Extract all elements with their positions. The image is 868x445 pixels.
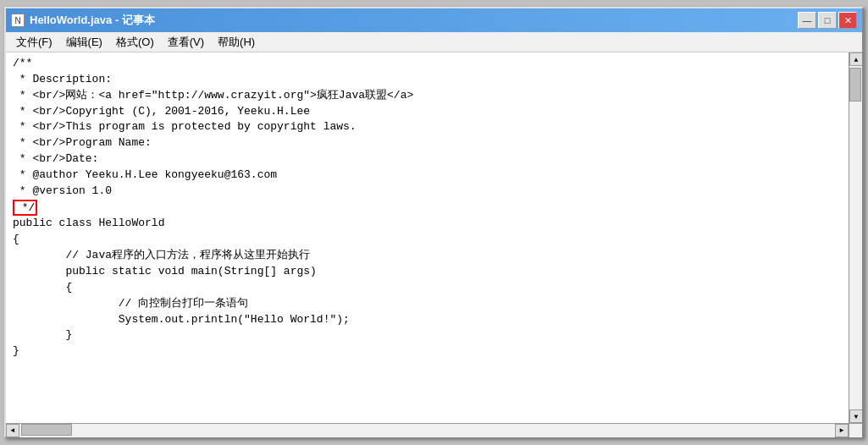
minimize-button[interactable]: —	[798, 12, 816, 29]
menu-help[interactable]: 帮助(H)	[211, 33, 262, 52]
highlighted-line: */	[13, 200, 37, 217]
menu-bar: 文件(F) 编辑(E) 格式(O) 查看(V) 帮助(H)	[6, 32, 862, 52]
title-bar: N HelloWorld.java - 记事本 — □ ✕	[6, 8, 862, 32]
app-icon-label: N	[14, 16, 20, 25]
main-window: N HelloWorld.java - 记事本 — □ ✕ 文件(F) 编辑(E…	[4, 7, 864, 438]
menu-view[interactable]: 查看(V)	[161, 33, 211, 52]
scroll-up-button[interactable]: ▲	[849, 52, 862, 66]
horizontal-scrollbar[interactable]: ◄ ►	[6, 424, 849, 437]
title-buttons: — □ ✕	[798, 12, 857, 29]
vertical-scrollbar[interactable]: ▲ ▼	[849, 52, 862, 423]
bottom-bar: ◄ ►	[6, 423, 862, 437]
scroll-thumb-v[interactable]	[849, 68, 861, 102]
scroll-track-v[interactable]	[849, 66, 862, 409]
menu-file[interactable]: 文件(F)	[9, 33, 59, 52]
code-editor[interactable]: /** * Description: * <br/>网站：<a href="ht…	[6, 52, 849, 423]
close-button[interactable]: ✕	[838, 12, 857, 29]
scrollbar-corner	[849, 424, 862, 437]
app-icon: N	[11, 14, 25, 27]
content-area: /** * Description: * <br/>网站：<a href="ht…	[6, 52, 862, 423]
scroll-down-button[interactable]: ▼	[849, 409, 862, 423]
scroll-left-button[interactable]: ◄	[6, 424, 19, 437]
title-bar-left: N HelloWorld.java - 记事本	[11, 13, 155, 28]
scroll-right-button[interactable]: ►	[835, 424, 849, 437]
maximize-button[interactable]: □	[818, 12, 837, 29]
menu-format[interactable]: 格式(O)	[109, 33, 161, 52]
window-title: HelloWorld.java - 记事本	[30, 13, 155, 28]
menu-edit[interactable]: 编辑(E)	[59, 33, 109, 52]
scroll-thumb-h[interactable]	[21, 424, 72, 436]
scroll-track-h[interactable]	[19, 424, 835, 437]
